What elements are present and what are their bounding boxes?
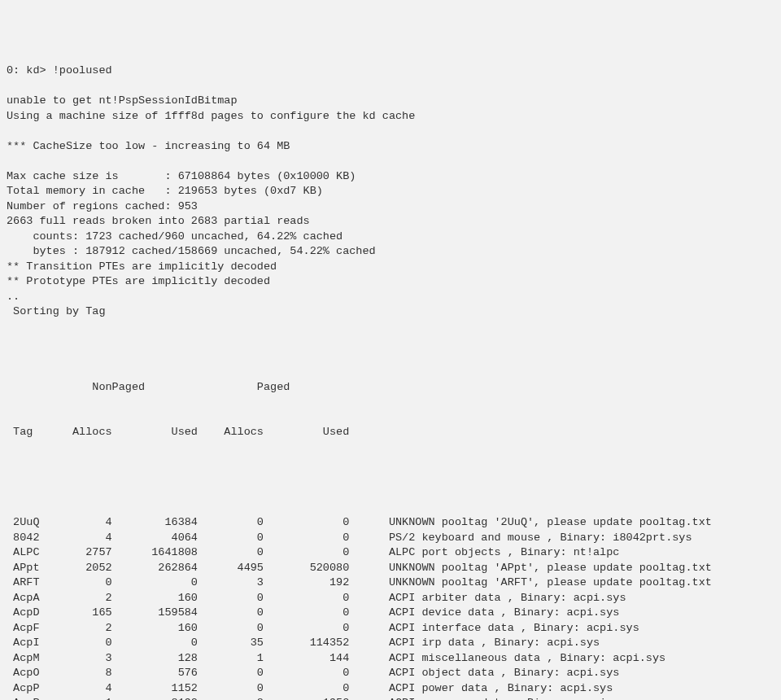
table-row: AcpP 4 1152 0 0 ACPI power data , Binary… — [7, 681, 774, 697]
output-line: 2663 full reads broken into 2683 partial… — [7, 214, 774, 230]
output-line: Number of regions cached: 953 — [7, 199, 774, 215]
table-row: AcpA 2 160 0 0 ACPI arbiter data , Binar… — [7, 591, 774, 606]
table-row: ARFT 0 0 3 192 UNKNOWN pooltag 'ARFT', p… — [7, 575, 774, 591]
output-line — [7, 124, 774, 139]
table-body: 2UuQ 4 16384 0 0 UNKNOWN pooltag '2UuQ',… — [7, 515, 774, 700]
table-row: APpt 2052 262864 4495 520080 UNKNOWN poo… — [7, 561, 774, 576]
output-line: Using a machine size of 1fff8d pages to … — [7, 109, 774, 125]
table-row: AcpF 2 160 0 0 ACPI interface data , Bin… — [7, 621, 774, 637]
table-header-columns: Tag Allocs Used Allocs Used — [7, 425, 774, 440]
output-line: .. — [7, 290, 774, 305]
table-row: AcpI 0 0 35 114352 ACPI irp data , Binar… — [7, 636, 774, 651]
poolused-table: NonPaged Paged Tag Allocs Used Allocs Us… — [7, 350, 774, 701]
table-header-groups: NonPaged Paged — [7, 380, 774, 396]
table-row: 2UuQ 4 16384 0 0 UNKNOWN pooltag '2UuQ',… — [7, 515, 774, 531]
output-line — [7, 320, 774, 335]
debugger-prompt[interactable]: 0: kd> !poolused — [7, 63, 774, 79]
output-line: bytes : 187912 cached/158669 uncached, 5… — [7, 244, 774, 260]
output-line: Sorting by Tag — [7, 304, 774, 320]
table-row: AcpM 3 128 1 144 ACPI miscellaneous data… — [7, 651, 774, 667]
output-line — [7, 154, 774, 169]
table-row: ALPC 2757 1641808 0 0 ALPC port objects … — [7, 545, 774, 561]
table-blank-row — [7, 470, 774, 486]
table-row: AcpR 1 8192 8 1952 ACPI resource data , … — [7, 696, 774, 700]
output-line: counts: 1723 cached/960 uncached, 64.22%… — [7, 230, 774, 245]
output-line: unable to get nt!PspSessionIdBitmap — [7, 94, 774, 109]
output-line: *** CacheSize too low - increasing to 64… — [7, 139, 774, 155]
table-row: AcpO 8 576 0 0 ACPI object data , Binary… — [7, 666, 774, 681]
output-line: Max cache size is : 67108864 bytes (0x10… — [7, 169, 774, 185]
table-row: 8042 4 4064 0 0 PS/2 keyboard and mouse … — [7, 531, 774, 546]
table-row: AcpD 165 159584 0 0 ACPI device data , B… — [7, 606, 774, 621]
output-line: Total memory in cache : 219653 bytes (0x… — [7, 184, 774, 199]
output-line: ** Transition PTEs are implicitly decode… — [7, 260, 774, 275]
output-line: ** Prototype PTEs are implicitly decoded — [7, 274, 774, 290]
preamble-output: unable to get nt!PspSessionIdBitmapUsing… — [7, 94, 774, 335]
